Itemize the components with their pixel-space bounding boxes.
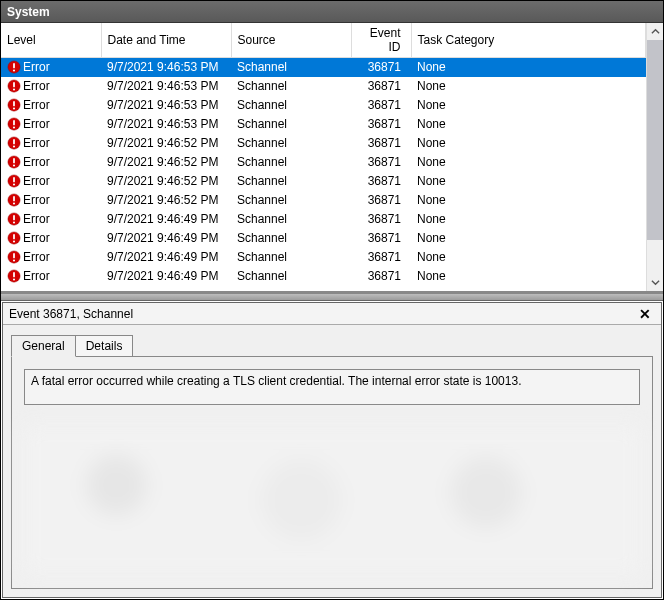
row-category: None	[411, 210, 646, 229]
svg-rect-16	[13, 158, 15, 163]
vertical-scrollbar[interactable]	[646, 23, 663, 291]
svg-rect-25	[13, 215, 15, 220]
row-datetime: 9/7/2021 9:46:49 PM	[101, 210, 231, 229]
pane-splitter[interactable]	[1, 293, 663, 301]
row-source: Schannel	[231, 77, 351, 96]
table-row[interactable]: Error9/7/2021 9:46:52 PMSchannel36871Non…	[1, 172, 646, 191]
table-row[interactable]: Error9/7/2021 9:46:49 PMSchannel36871Non…	[1, 229, 646, 248]
table-row[interactable]: Error9/7/2021 9:46:53 PMSchannel36871Non…	[1, 115, 646, 134]
row-eventid: 36871	[351, 267, 411, 286]
error-icon	[7, 250, 21, 264]
table-row[interactable]: Error9/7/2021 9:46:49 PMSchannel36871Non…	[1, 248, 646, 267]
row-datetime: 9/7/2021 9:46:53 PM	[101, 58, 231, 77]
error-icon	[7, 174, 21, 188]
table-row[interactable]: Error9/7/2021 9:46:53 PMSchannel36871Non…	[1, 77, 646, 96]
table-row[interactable]: Error9/7/2021 9:46:49 PMSchannel36871Non…	[1, 210, 646, 229]
col-eventid[interactable]: Event ID	[351, 23, 411, 58]
row-datetime: 9/7/2021 9:46:53 PM	[101, 115, 231, 134]
svg-point-8	[13, 107, 15, 109]
error-icon	[7, 193, 21, 207]
svg-rect-28	[13, 234, 15, 239]
row-source: Schannel	[231, 172, 351, 191]
row-level: Error	[23, 136, 50, 150]
svg-point-23	[13, 202, 15, 204]
table-row[interactable]: Error9/7/2021 9:46:52 PMSchannel36871Non…	[1, 153, 646, 172]
row-eventid: 36871	[351, 210, 411, 229]
error-icon	[7, 117, 21, 131]
event-table: Level Date and Time Source Event ID Task…	[1, 23, 646, 286]
row-eventid: 36871	[351, 134, 411, 153]
scroll-up-arrow-icon[interactable]	[647, 23, 663, 40]
row-category: None	[411, 153, 646, 172]
table-row[interactable]: Error9/7/2021 9:46:52 PMSchannel36871Non…	[1, 191, 646, 210]
svg-point-20	[13, 183, 15, 185]
row-level: Error	[23, 212, 50, 226]
table-row[interactable]: Error9/7/2021 9:46:53 PMSchannel36871Non…	[1, 96, 646, 115]
svg-point-32	[13, 259, 15, 261]
col-level[interactable]: Level	[1, 23, 101, 58]
svg-rect-19	[13, 177, 15, 182]
error-icon	[7, 79, 21, 93]
col-source[interactable]: Source	[231, 23, 351, 58]
error-icon	[7, 212, 21, 226]
svg-rect-34	[13, 272, 15, 277]
svg-point-35	[13, 278, 15, 280]
col-category[interactable]: Task Category	[411, 23, 646, 58]
row-category: None	[411, 77, 646, 96]
table-row[interactable]: Error9/7/2021 9:46:53 PMSchannel36871Non…	[1, 58, 646, 77]
row-eventid: 36871	[351, 96, 411, 115]
row-source: Schannel	[231, 134, 351, 153]
close-icon[interactable]: ✕	[635, 306, 655, 322]
row-datetime: 9/7/2021 9:46:49 PM	[101, 229, 231, 248]
tab-details[interactable]: Details	[75, 335, 134, 357]
scroll-down-arrow-icon[interactable]	[647, 274, 663, 291]
row-eventid: 36871	[351, 153, 411, 172]
row-category: None	[411, 248, 646, 267]
svg-point-26	[13, 221, 15, 223]
event-list-pane: Level Date and Time Source Event ID Task…	[1, 23, 663, 293]
row-category: None	[411, 115, 646, 134]
svg-rect-4	[13, 82, 15, 87]
svg-point-5	[13, 88, 15, 90]
row-source: Schannel	[231, 267, 351, 286]
row-source: Schannel	[231, 58, 351, 77]
row-category: None	[411, 172, 646, 191]
row-source: Schannel	[231, 229, 351, 248]
table-row[interactable]: Error9/7/2021 9:46:49 PMSchannel36871Non…	[1, 267, 646, 286]
row-category: None	[411, 134, 646, 153]
col-datetime[interactable]: Date and Time	[101, 23, 231, 58]
detail-tabs: General Details	[11, 335, 653, 357]
row-level: Error	[23, 117, 50, 131]
error-icon	[7, 231, 21, 245]
row-category: None	[411, 229, 646, 248]
tab-general[interactable]: General	[11, 335, 76, 357]
svg-rect-31	[13, 253, 15, 258]
window-title: System	[7, 5, 50, 19]
svg-rect-13	[13, 139, 15, 144]
row-eventid: 36871	[351, 115, 411, 134]
row-datetime: 9/7/2021 9:46:53 PM	[101, 77, 231, 96]
row-level: Error	[23, 193, 50, 207]
row-category: None	[411, 58, 646, 77]
row-category: None	[411, 191, 646, 210]
row-datetime: 9/7/2021 9:46:52 PM	[101, 153, 231, 172]
row-datetime: 9/7/2021 9:46:49 PM	[101, 248, 231, 267]
row-level: Error	[23, 155, 50, 169]
error-icon	[7, 155, 21, 169]
row-source: Schannel	[231, 191, 351, 210]
row-level: Error	[23, 79, 50, 93]
row-level: Error	[23, 174, 50, 188]
table-row[interactable]: Error9/7/2021 9:46:52 PMSchannel36871Non…	[1, 134, 646, 153]
svg-rect-22	[13, 196, 15, 201]
row-eventid: 36871	[351, 191, 411, 210]
tab-panel-general: A fatal error occurred while creating a …	[11, 356, 653, 589]
row-eventid: 36871	[351, 172, 411, 191]
row-source: Schannel	[231, 115, 351, 134]
row-eventid: 36871	[351, 248, 411, 267]
row-source: Schannel	[231, 210, 351, 229]
scroll-thumb[interactable]	[647, 40, 663, 240]
svg-point-17	[13, 164, 15, 166]
detail-title: Event 36871, Schannel	[9, 307, 133, 321]
row-datetime: 9/7/2021 9:46:49 PM	[101, 267, 231, 286]
row-category: None	[411, 267, 646, 286]
